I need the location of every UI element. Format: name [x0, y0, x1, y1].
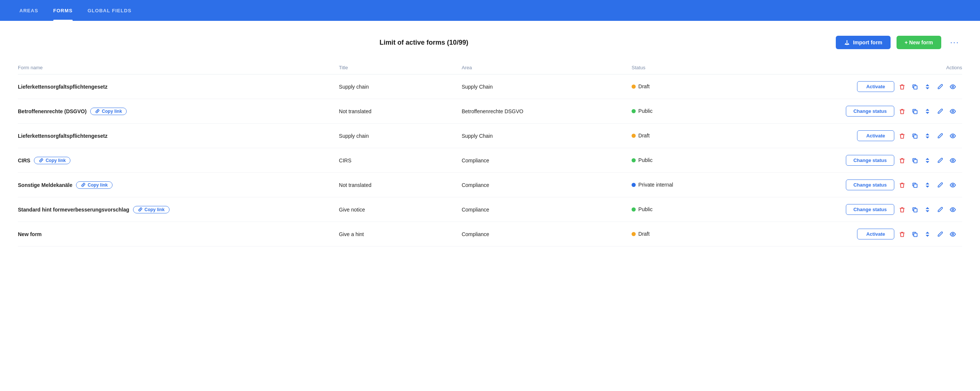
cell-form-name: Standard hint formeverbesserungsvorschla…: [18, 197, 339, 222]
duplicate-button[interactable]: [910, 230, 920, 238]
status-text: Private internal: [638, 182, 673, 188]
nav-item-forms[interactable]: FORMS: [46, 0, 80, 21]
status-dot-icon: [632, 232, 636, 236]
preview-button[interactable]: [948, 132, 958, 140]
col-area: Area: [462, 61, 632, 75]
svg-rect-6: [914, 159, 917, 163]
change-status-button[interactable]: Change status: [846, 106, 894, 116]
reorder-button[interactable]: [923, 132, 932, 140]
duplicate-button[interactable]: [910, 83, 920, 91]
reorder-button[interactable]: [923, 83, 932, 91]
edit-button[interactable]: [935, 181, 945, 189]
cell-title: Give a hint: [339, 222, 462, 246]
delete-button[interactable]: [897, 83, 907, 91]
edit-button[interactable]: [935, 205, 945, 214]
reorder-button[interactable]: [923, 107, 932, 116]
edit-button[interactable]: [935, 230, 945, 238]
nav-item-global-fields[interactable]: GLOBAL FIELDS: [80, 0, 139, 21]
cell-actions: Change status: [764, 99, 962, 124]
reorder-button[interactable]: [923, 205, 932, 214]
col-form-name: Form name: [18, 61, 339, 75]
delete-button[interactable]: [897, 181, 907, 189]
status-dot-icon: [632, 207, 636, 211]
activate-button[interactable]: Activate: [857, 229, 894, 240]
delete-button[interactable]: [897, 107, 907, 116]
copy-link-button[interactable]: Copy link: [133, 206, 170, 213]
cell-status: Private internal: [632, 173, 764, 197]
change-status-button[interactable]: Change status: [846, 204, 894, 215]
cell-area: Supply Chain: [462, 75, 632, 99]
status-text: Public: [638, 206, 652, 212]
svg-point-13: [952, 233, 954, 235]
cell-status: Draft: [632, 75, 764, 99]
table-row: New form Give a hint Compliance Draft Ac…: [18, 222, 962, 246]
cell-status: Public: [632, 99, 764, 124]
status-text: Public: [638, 157, 652, 163]
form-name-text: CIRS: [18, 157, 30, 164]
status-text: Draft: [638, 83, 649, 89]
new-form-button[interactable]: + New form: [897, 36, 941, 49]
duplicate-button[interactable]: [910, 132, 920, 140]
duplicate-button[interactable]: [910, 205, 920, 214]
edit-button[interactable]: [935, 107, 945, 116]
activate-button[interactable]: Activate: [857, 81, 894, 92]
cell-area: Compliance: [462, 197, 632, 222]
copy-link-button[interactable]: Copy link: [76, 181, 113, 189]
delete-button[interactable]: [897, 156, 907, 165]
preview-button[interactable]: [948, 181, 958, 189]
cell-area: Supply Chain: [462, 124, 632, 148]
preview-button[interactable]: [948, 107, 958, 116]
change-status-button[interactable]: Change status: [846, 155, 894, 166]
svg-rect-4: [914, 135, 917, 138]
copy-link-button[interactable]: Copy link: [90, 108, 127, 115]
cell-title: Supply chain: [339, 75, 462, 99]
cell-actions: Activate: [764, 75, 962, 99]
table-row: Sonstige Meldekanäle Copy link Not trans…: [18, 173, 962, 197]
preview-button[interactable]: [948, 83, 958, 91]
cell-status: Draft: [632, 222, 764, 246]
activate-button[interactable]: Activate: [857, 130, 894, 141]
nav-item-areas[interactable]: AREAS: [12, 0, 46, 21]
reorder-button[interactable]: [923, 230, 932, 238]
table-row: CIRS Copy link CIRS Compliance Public Ch…: [18, 148, 962, 173]
table-row: Standard hint formeverbesserungsvorschla…: [18, 197, 962, 222]
cell-area: Compliance: [462, 173, 632, 197]
cell-title: Not translated: [339, 99, 462, 124]
preview-button[interactable]: [948, 230, 958, 238]
copy-link-button[interactable]: Copy link: [34, 157, 70, 164]
status-dot-icon: [632, 84, 636, 89]
table-row: Lieferkettensorgfaltspflichtengesetz Sup…: [18, 75, 962, 99]
delete-button[interactable]: [897, 205, 907, 214]
cell-title: CIRS: [339, 148, 462, 173]
duplicate-button[interactable]: [910, 156, 920, 165]
edit-button[interactable]: [935, 83, 945, 91]
form-name-text: New form: [18, 231, 42, 237]
reorder-button[interactable]: [923, 156, 932, 165]
col-title: Title: [339, 61, 462, 75]
import-form-button[interactable]: Import form: [836, 36, 891, 49]
duplicate-button[interactable]: [910, 107, 920, 116]
status-dot-icon: [632, 183, 636, 187]
preview-button[interactable]: [948, 205, 958, 214]
form-name-text: Standard hint formeverbesserungsvorschla…: [18, 207, 129, 213]
svg-point-3: [952, 110, 954, 112]
cell-form-name: Sonstige Meldekanäle Copy link: [18, 173, 339, 197]
delete-button[interactable]: [897, 230, 907, 238]
cell-title: Give notice: [339, 197, 462, 222]
change-status-button[interactable]: Change status: [846, 180, 894, 190]
delete-button[interactable]: [897, 132, 907, 140]
svg-point-5: [952, 135, 954, 137]
cell-form-name: New form: [18, 222, 339, 246]
preview-button[interactable]: [948, 156, 958, 165]
cell-actions: Activate: [764, 222, 962, 246]
table-row: Betroffenenrechte (DSGVO) Copy link Not …: [18, 99, 962, 124]
edit-button[interactable]: [935, 132, 945, 140]
form-name-text: Lieferkettensorgfaltspflichtengesetz: [18, 133, 107, 139]
col-status: Status: [632, 61, 764, 75]
cell-form-name: CIRS Copy link: [18, 148, 339, 173]
duplicate-button[interactable]: [910, 181, 920, 189]
reorder-button[interactable]: [923, 181, 932, 189]
edit-button[interactable]: [935, 156, 945, 165]
cell-actions: Change status: [764, 197, 962, 222]
more-options-button[interactable]: ···: [947, 36, 962, 49]
